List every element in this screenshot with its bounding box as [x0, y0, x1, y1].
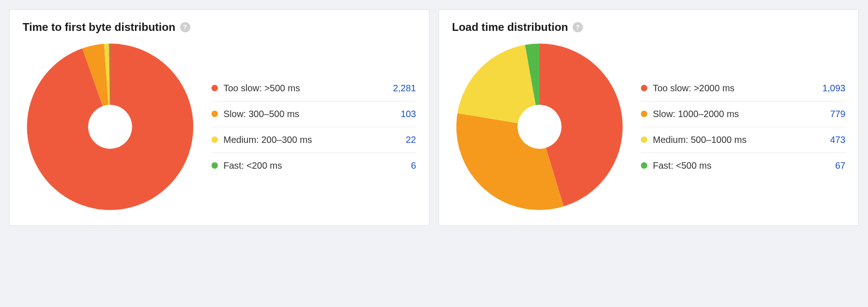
panel-ttfb: Time to first byte distribution ? Too sl…	[9, 9, 429, 226]
legend-ttfb: Too slow: >500 ms 2,281 Slow: 300–500 ms…	[211, 76, 416, 178]
legend-left: Too slow: >2000 ms	[641, 82, 734, 94]
legend-value: 1,093	[822, 82, 845, 94]
donut-svg	[452, 39, 627, 214]
legend-label: Slow: 1000–2000 ms	[653, 108, 739, 120]
legend-row-slow[interactable]: Slow: 1000–2000 ms 779	[641, 101, 845, 127]
legend-dot	[211, 162, 218, 169]
legend-left: Fast: <500 ms	[641, 159, 711, 172]
panel-title-text: Time to first byte distribution	[23, 21, 176, 34]
legend-label: Slow: 300–500 ms	[223, 108, 299, 120]
legend-left: Too slow: >500 ms	[211, 82, 300, 94]
legend-left: Medium: 500–1000 ms	[641, 134, 746, 146]
donut-hole	[88, 105, 132, 149]
legend-label: Medium: 500–1000 ms	[653, 134, 746, 146]
legend-value: 67	[835, 159, 845, 172]
legend-value: 779	[830, 108, 845, 120]
legend-label: Fast: <200 ms	[223, 159, 282, 172]
legend-dot	[211, 85, 218, 91]
legend-dot	[211, 136, 218, 143]
help-icon[interactable]: ?	[573, 22, 583, 32]
legend-dot	[641, 111, 647, 117]
legend-value: 2,281	[393, 82, 416, 94]
legend-value: 103	[401, 108, 416, 120]
donut-chart-loadtime	[452, 39, 627, 214]
panel-title: Time to first byte distribution ?	[23, 21, 416, 34]
legend-left: Slow: 1000–2000 ms	[641, 108, 739, 120]
donut-hole	[518, 105, 562, 149]
panel-body: Too slow: >500 ms 2,281 Slow: 300–500 ms…	[23, 39, 416, 214]
legend-row-medium[interactable]: Medium: 500–1000 ms 473	[641, 127, 845, 153]
legend-row-fast[interactable]: Fast: <500 ms 67	[641, 153, 845, 178]
donut-chart-ttfb	[23, 39, 198, 214]
legend-row-medium[interactable]: Medium: 200–300 ms 22	[211, 127, 416, 153]
donut-svg	[23, 39, 198, 214]
legend-loadtime: Too slow: >2000 ms 1,093 Slow: 1000–2000…	[641, 76, 845, 178]
panel-body: Too slow: >2000 ms 1,093 Slow: 1000–2000…	[452, 39, 845, 214]
legend-label: Medium: 200–300 ms	[223, 134, 312, 146]
legend-dot	[641, 162, 647, 169]
panels-container: Time to first byte distribution ? Too sl…	[9, 9, 859, 226]
legend-left: Fast: <200 ms	[211, 159, 282, 172]
panel-title: Load time distribution ?	[452, 21, 845, 34]
panel-loadtime: Load time distribution ? Too slow: >2000…	[439, 9, 859, 226]
legend-row-fast[interactable]: Fast: <200 ms 6	[211, 153, 416, 178]
legend-value: 473	[830, 134, 845, 146]
legend-label: Fast: <500 ms	[653, 159, 711, 172]
legend-row-too-slow[interactable]: Too slow: >2000 ms 1,093	[641, 76, 845, 101]
panel-title-text: Load time distribution	[452, 21, 568, 34]
legend-row-too-slow[interactable]: Too slow: >500 ms 2,281	[211, 76, 416, 101]
legend-dot	[641, 136, 647, 143]
help-icon[interactable]: ?	[180, 22, 190, 32]
legend-row-slow[interactable]: Slow: 300–500 ms 103	[211, 101, 416, 127]
legend-left: Medium: 200–300 ms	[211, 134, 312, 146]
legend-dot	[641, 85, 647, 91]
legend-left: Slow: 300–500 ms	[211, 108, 299, 120]
legend-value: 22	[406, 134, 416, 146]
legend-dot	[211, 111, 218, 117]
legend-label: Too slow: >2000 ms	[653, 82, 734, 94]
legend-value: 6	[411, 159, 416, 172]
legend-label: Too slow: >500 ms	[223, 82, 300, 94]
